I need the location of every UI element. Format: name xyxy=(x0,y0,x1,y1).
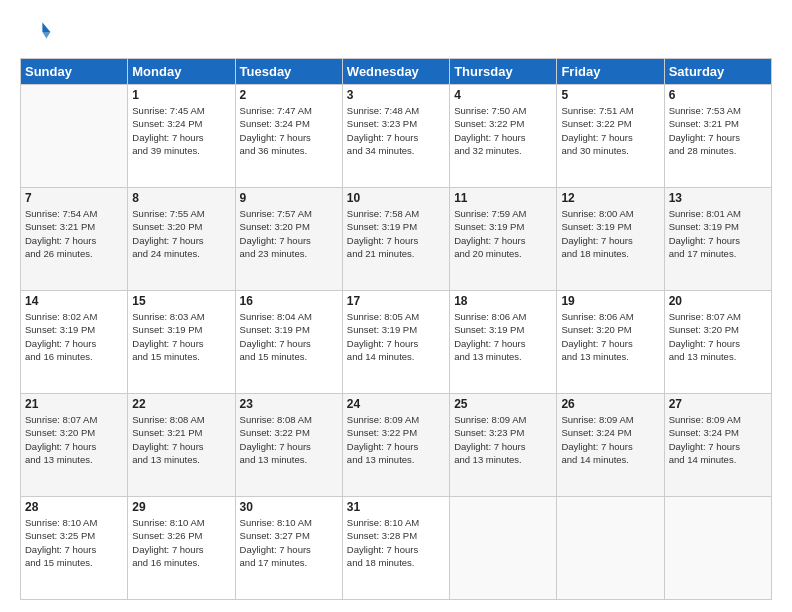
day-info: Sunrise: 8:03 AM Sunset: 3:19 PM Dayligh… xyxy=(132,310,230,363)
day-info: Sunrise: 7:47 AM Sunset: 3:24 PM Dayligh… xyxy=(240,104,338,157)
calendar-table: SundayMondayTuesdayWednesdayThursdayFrid… xyxy=(20,58,772,600)
day-number: 19 xyxy=(561,294,659,308)
day-number: 20 xyxy=(669,294,767,308)
day-number: 5 xyxy=(561,88,659,102)
calendar-cell: 7Sunrise: 7:54 AM Sunset: 3:21 PM Daylig… xyxy=(21,188,128,291)
logo xyxy=(20,16,56,48)
day-number: 22 xyxy=(132,397,230,411)
weekday-header: Friday xyxy=(557,59,664,85)
day-info: Sunrise: 8:08 AM Sunset: 3:21 PM Dayligh… xyxy=(132,413,230,466)
calendar-week-row: 28Sunrise: 8:10 AM Sunset: 3:25 PM Dayli… xyxy=(21,497,772,600)
calendar-cell: 3Sunrise: 7:48 AM Sunset: 3:23 PM Daylig… xyxy=(342,85,449,188)
day-number: 11 xyxy=(454,191,552,205)
logo-icon xyxy=(20,16,52,48)
day-number: 15 xyxy=(132,294,230,308)
calendar-cell: 13Sunrise: 8:01 AM Sunset: 3:19 PM Dayli… xyxy=(664,188,771,291)
day-info: Sunrise: 7:48 AM Sunset: 3:23 PM Dayligh… xyxy=(347,104,445,157)
day-info: Sunrise: 8:10 AM Sunset: 3:26 PM Dayligh… xyxy=(132,516,230,569)
day-info: Sunrise: 8:02 AM Sunset: 3:19 PM Dayligh… xyxy=(25,310,123,363)
calendar-cell: 25Sunrise: 8:09 AM Sunset: 3:23 PM Dayli… xyxy=(450,394,557,497)
day-number: 10 xyxy=(347,191,445,205)
day-info: Sunrise: 7:50 AM Sunset: 3:22 PM Dayligh… xyxy=(454,104,552,157)
day-number: 27 xyxy=(669,397,767,411)
day-number: 17 xyxy=(347,294,445,308)
day-number: 23 xyxy=(240,397,338,411)
weekday-header: Saturday xyxy=(664,59,771,85)
calendar-cell: 29Sunrise: 8:10 AM Sunset: 3:26 PM Dayli… xyxy=(128,497,235,600)
weekday-header: Thursday xyxy=(450,59,557,85)
calendar-cell: 30Sunrise: 8:10 AM Sunset: 3:27 PM Dayli… xyxy=(235,497,342,600)
calendar-cell xyxy=(664,497,771,600)
calendar-cell: 12Sunrise: 8:00 AM Sunset: 3:19 PM Dayli… xyxy=(557,188,664,291)
day-number: 12 xyxy=(561,191,659,205)
calendar-cell: 11Sunrise: 7:59 AM Sunset: 3:19 PM Dayli… xyxy=(450,188,557,291)
day-info: Sunrise: 8:07 AM Sunset: 3:20 PM Dayligh… xyxy=(669,310,767,363)
day-number: 25 xyxy=(454,397,552,411)
day-number: 31 xyxy=(347,500,445,514)
day-info: Sunrise: 7:51 AM Sunset: 3:22 PM Dayligh… xyxy=(561,104,659,157)
calendar-cell: 14Sunrise: 8:02 AM Sunset: 3:19 PM Dayli… xyxy=(21,291,128,394)
day-number: 28 xyxy=(25,500,123,514)
day-info: Sunrise: 8:10 AM Sunset: 3:27 PM Dayligh… xyxy=(240,516,338,569)
weekday-header: Wednesday xyxy=(342,59,449,85)
day-info: Sunrise: 8:00 AM Sunset: 3:19 PM Dayligh… xyxy=(561,207,659,260)
day-number: 29 xyxy=(132,500,230,514)
day-number: 8 xyxy=(132,191,230,205)
calendar-cell: 9Sunrise: 7:57 AM Sunset: 3:20 PM Daylig… xyxy=(235,188,342,291)
day-number: 6 xyxy=(669,88,767,102)
day-number: 26 xyxy=(561,397,659,411)
weekday-header: Tuesday xyxy=(235,59,342,85)
calendar-cell: 24Sunrise: 8:09 AM Sunset: 3:22 PM Dayli… xyxy=(342,394,449,497)
calendar-cell xyxy=(21,85,128,188)
day-info: Sunrise: 7:53 AM Sunset: 3:21 PM Dayligh… xyxy=(669,104,767,157)
calendar-cell xyxy=(450,497,557,600)
svg-marker-0 xyxy=(42,22,50,32)
day-number: 9 xyxy=(240,191,338,205)
day-info: Sunrise: 8:10 AM Sunset: 3:25 PM Dayligh… xyxy=(25,516,123,569)
calendar-week-row: 14Sunrise: 8:02 AM Sunset: 3:19 PM Dayli… xyxy=(21,291,772,394)
calendar-cell: 27Sunrise: 8:09 AM Sunset: 3:24 PM Dayli… xyxy=(664,394,771,497)
day-info: Sunrise: 8:07 AM Sunset: 3:20 PM Dayligh… xyxy=(25,413,123,466)
weekday-header: Monday xyxy=(128,59,235,85)
day-info: Sunrise: 8:09 AM Sunset: 3:24 PM Dayligh… xyxy=(561,413,659,466)
calendar-cell: 31Sunrise: 8:10 AM Sunset: 3:28 PM Dayli… xyxy=(342,497,449,600)
calendar-cell: 15Sunrise: 8:03 AM Sunset: 3:19 PM Dayli… xyxy=(128,291,235,394)
day-info: Sunrise: 7:58 AM Sunset: 3:19 PM Dayligh… xyxy=(347,207,445,260)
day-number: 16 xyxy=(240,294,338,308)
day-info: Sunrise: 8:01 AM Sunset: 3:19 PM Dayligh… xyxy=(669,207,767,260)
calendar-week-row: 7Sunrise: 7:54 AM Sunset: 3:21 PM Daylig… xyxy=(21,188,772,291)
calendar-cell: 21Sunrise: 8:07 AM Sunset: 3:20 PM Dayli… xyxy=(21,394,128,497)
calendar-cell: 2Sunrise: 7:47 AM Sunset: 3:24 PM Daylig… xyxy=(235,85,342,188)
calendar-cell: 19Sunrise: 8:06 AM Sunset: 3:20 PM Dayli… xyxy=(557,291,664,394)
day-info: Sunrise: 8:08 AM Sunset: 3:22 PM Dayligh… xyxy=(240,413,338,466)
calendar-cell: 16Sunrise: 8:04 AM Sunset: 3:19 PM Dayli… xyxy=(235,291,342,394)
calendar-week-row: 21Sunrise: 8:07 AM Sunset: 3:20 PM Dayli… xyxy=(21,394,772,497)
day-number: 7 xyxy=(25,191,123,205)
day-info: Sunrise: 7:57 AM Sunset: 3:20 PM Dayligh… xyxy=(240,207,338,260)
calendar-cell: 17Sunrise: 8:05 AM Sunset: 3:19 PM Dayli… xyxy=(342,291,449,394)
calendar-cell: 8Sunrise: 7:55 AM Sunset: 3:20 PM Daylig… xyxy=(128,188,235,291)
day-number: 14 xyxy=(25,294,123,308)
day-number: 21 xyxy=(25,397,123,411)
calendar-cell: 18Sunrise: 8:06 AM Sunset: 3:19 PM Dayli… xyxy=(450,291,557,394)
day-info: Sunrise: 7:55 AM Sunset: 3:20 PM Dayligh… xyxy=(132,207,230,260)
calendar-header-row: SundayMondayTuesdayWednesdayThursdayFrid… xyxy=(21,59,772,85)
day-number: 1 xyxy=(132,88,230,102)
day-number: 24 xyxy=(347,397,445,411)
day-info: Sunrise: 8:04 AM Sunset: 3:19 PM Dayligh… xyxy=(240,310,338,363)
calendar-cell: 6Sunrise: 7:53 AM Sunset: 3:21 PM Daylig… xyxy=(664,85,771,188)
calendar-cell: 22Sunrise: 8:08 AM Sunset: 3:21 PM Dayli… xyxy=(128,394,235,497)
day-info: Sunrise: 7:54 AM Sunset: 3:21 PM Dayligh… xyxy=(25,207,123,260)
calendar-cell: 1Sunrise: 7:45 AM Sunset: 3:24 PM Daylig… xyxy=(128,85,235,188)
day-info: Sunrise: 8:09 AM Sunset: 3:24 PM Dayligh… xyxy=(669,413,767,466)
day-number: 13 xyxy=(669,191,767,205)
day-number: 2 xyxy=(240,88,338,102)
calendar-cell: 23Sunrise: 8:08 AM Sunset: 3:22 PM Dayli… xyxy=(235,394,342,497)
day-info: Sunrise: 8:10 AM Sunset: 3:28 PM Dayligh… xyxy=(347,516,445,569)
day-info: Sunrise: 8:09 AM Sunset: 3:22 PM Dayligh… xyxy=(347,413,445,466)
day-info: Sunrise: 7:45 AM Sunset: 3:24 PM Dayligh… xyxy=(132,104,230,157)
day-number: 3 xyxy=(347,88,445,102)
calendar-cell: 10Sunrise: 7:58 AM Sunset: 3:19 PM Dayli… xyxy=(342,188,449,291)
day-info: Sunrise: 8:06 AM Sunset: 3:20 PM Dayligh… xyxy=(561,310,659,363)
weekday-header: Sunday xyxy=(21,59,128,85)
